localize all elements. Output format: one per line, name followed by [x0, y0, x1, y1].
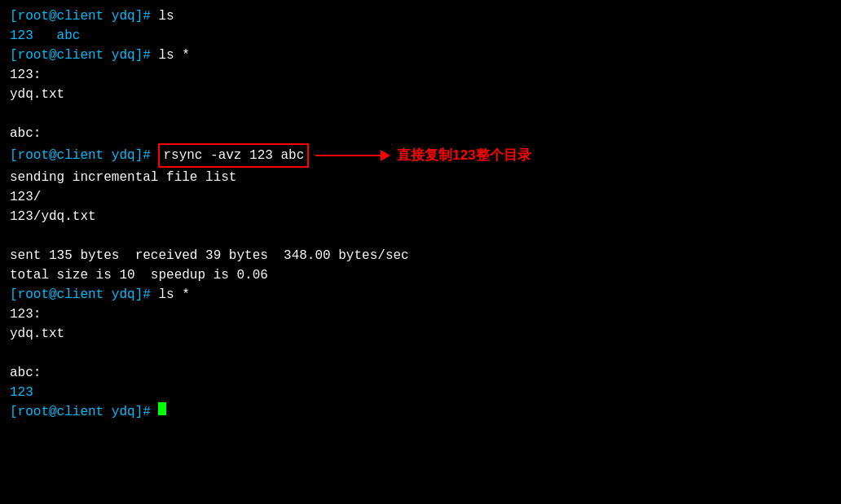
line-6: abc:: [10, 124, 831, 143]
arrow-line: [315, 155, 381, 156]
line-2: 123 abc: [10, 26, 831, 46]
prompt-5: [root@client ydq]#: [10, 402, 158, 422]
line-15: ydq.txt: [10, 324, 831, 344]
line-18: [root@client ydq]#: [10, 402, 831, 422]
cmd-1: ls: [158, 7, 174, 26]
line-9: 123/: [10, 187, 831, 207]
line-5: ydq.txt: [10, 85, 831, 104]
line-16: abc:: [10, 363, 831, 383]
prompt-3: [root@client ydq]#: [10, 146, 158, 165]
cursor: [158, 402, 166, 415]
empty-line-1: [10, 104, 831, 124]
output-ls-2: 123: [10, 383, 33, 402]
line-7: [root@client ydq]# rsync -avz 123 abc 直接…: [10, 143, 831, 168]
line-11: sent 135 bytes received 39 bytes 348.00 …: [10, 246, 831, 265]
empty-line-2: [10, 226, 831, 246]
line-3: [root@client ydq]# ls *: [10, 46, 831, 65]
line-1: [root@client ydq]# ls: [10, 7, 831, 26]
output-123-label-1: 123:: [10, 65, 41, 85]
prompt-2: [root@client ydq]#: [10, 46, 158, 65]
output-abc-label-2: abc:: [10, 363, 41, 383]
output-123-dir: 123/: [10, 187, 41, 207]
arrow-head: [381, 150, 390, 161]
empty-line-3: [10, 344, 831, 363]
output-123-ydq: 123/ydq.txt: [10, 207, 96, 226]
output-abc-label-1: abc:: [10, 124, 41, 143]
cmd-3: ls *: [158, 285, 189, 305]
terminal: [root@client ydq]# ls 123 abc [root@clie…: [0, 0, 841, 504]
rsync-cmd-highlighted: rsync -avz 123 abc: [158, 143, 309, 168]
output-ydq-txt-1: ydq.txt: [10, 85, 64, 104]
prompt-1: [root@client ydq]#: [10, 7, 158, 26]
prompt-4: [root@client ydq]#: [10, 285, 158, 305]
annotation-arrow: 直接复制123整个目录: [315, 145, 531, 166]
line-8: sending incremental file list: [10, 168, 831, 187]
output-sending: sending incremental file list: [10, 168, 236, 187]
output-123-label-2: 123:: [10, 305, 41, 324]
annotation-label: 直接复制123整个目录: [397, 145, 531, 166]
line-10: 123/ydq.txt: [10, 207, 831, 226]
cmd-2: ls *: [158, 46, 189, 65]
line-14: 123:: [10, 305, 831, 324]
line-17: 123: [10, 383, 831, 402]
output-sent-stats: sent 135 bytes received 39 bytes 348.00 …: [10, 246, 409, 265]
line-4: 123:: [10, 65, 831, 85]
line-12: total size is 10 speedup is 0.06: [10, 265, 831, 285]
output-total-size: total size is 10 speedup is 0.06: [10, 265, 268, 285]
output-ls-1: 123 abc: [10, 26, 80, 46]
output-ydq-txt-2: ydq.txt: [10, 324, 64, 344]
line-13: [root@client ydq]# ls *: [10, 285, 831, 305]
